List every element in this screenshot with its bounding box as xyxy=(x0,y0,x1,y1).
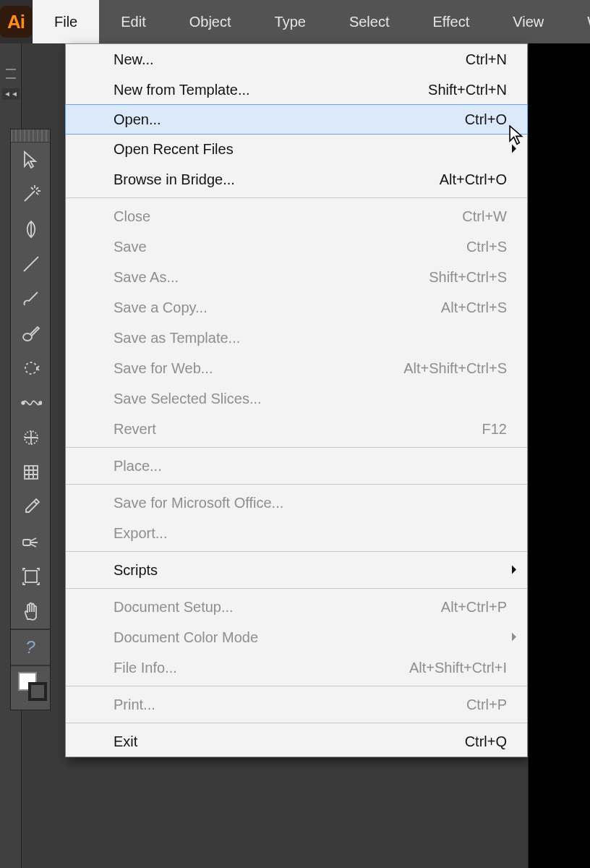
menuitem-print: Print...Ctrl+P xyxy=(66,689,527,720)
help-button[interactable]: ? xyxy=(11,630,50,665)
tool-magic-wand[interactable] xyxy=(11,177,51,212)
tool-pen[interactable] xyxy=(11,212,51,247)
tools-grip-icon[interactable] xyxy=(11,129,50,142)
menu-label: Edit xyxy=(121,14,145,30)
submenu-arrow-icon xyxy=(511,141,517,158)
tool-mesh[interactable] xyxy=(11,455,51,490)
menuitem-save: SaveCtrl+S xyxy=(66,231,527,262)
menu-type[interactable]: Type xyxy=(253,0,328,43)
menu-object[interactable]: Object xyxy=(168,0,253,43)
menu-separator xyxy=(66,197,527,198)
tools-panel: ? xyxy=(10,129,51,710)
menuitem-shortcut: Shift+Ctrl+S xyxy=(429,269,507,286)
menuitem-label: Place... xyxy=(114,458,507,475)
menuitem-shortcut: Ctrl+P xyxy=(466,697,507,713)
tool-blob-brush[interactable] xyxy=(11,316,51,351)
menu-label: Select xyxy=(349,14,390,30)
eyedropper-icon xyxy=(20,496,42,518)
menuitem-document-setup: Document Setup...Alt+Ctrl+P xyxy=(66,592,527,622)
menuitem-label: Browse in Bridge... xyxy=(114,171,440,188)
tool-selection[interactable] xyxy=(11,142,51,177)
menuitem-label: Save Selected Slices... xyxy=(114,391,507,407)
menuitem-shortcut: Alt+Ctrl+P xyxy=(441,599,507,616)
menuitem-label: Save as Template... xyxy=(114,330,507,346)
menu-label: Effect xyxy=(432,14,469,30)
menuitem-label: Document Setup... xyxy=(114,599,441,616)
menuitem-label: Save a Copy... xyxy=(114,299,441,316)
app-logo-text: Ai xyxy=(7,11,25,33)
menuitem-open-recent-files[interactable]: Open Recent Files xyxy=(66,134,527,164)
artboard-icon xyxy=(20,566,42,587)
brush-icon xyxy=(20,288,42,310)
menuitem-label: Exit xyxy=(114,733,465,750)
menuitem-label: Save for Web... xyxy=(114,360,403,377)
menuitem-label: Open... xyxy=(114,111,465,128)
menuitem-scripts[interactable]: Scripts xyxy=(66,555,527,585)
menu-window[interactable]: Window xyxy=(565,0,590,43)
submenu-arrow-icon xyxy=(511,629,517,646)
fill-stroke-swatch[interactable] xyxy=(11,666,50,710)
menuitem-new-from-template[interactable]: New from Template...Shift+Ctrl+N xyxy=(66,75,527,105)
blob-brush-icon xyxy=(20,323,42,344)
menuitem-label: File Info... xyxy=(114,660,409,676)
menuitem-save-for-microsoft-office: Save for Microsoft Office... xyxy=(66,488,527,518)
tool-eyedropper[interactable] xyxy=(11,490,51,524)
menuitem-label: Save xyxy=(114,239,466,255)
menu-separator xyxy=(66,447,527,448)
tool-line[interactable] xyxy=(11,247,51,281)
menuitem-label: New... xyxy=(114,51,466,68)
menu-edit[interactable]: Edit xyxy=(99,0,167,43)
mesh-icon xyxy=(20,461,42,483)
menu-effect[interactable]: Effect xyxy=(411,0,491,43)
menuitem-label: New from Template... xyxy=(114,82,428,98)
menuitem-label: Revert xyxy=(114,421,482,438)
menuitem-label: Scripts xyxy=(114,562,507,579)
warp-icon xyxy=(20,392,42,414)
document-area[interactable] xyxy=(528,43,590,868)
menuitem-exit[interactable]: ExitCtrl+Q xyxy=(66,726,527,757)
menu-view[interactable]: View xyxy=(491,0,565,43)
tool-free-transform[interactable] xyxy=(11,420,51,455)
tool-warp[interactable] xyxy=(11,386,51,420)
tool-rotate[interactable] xyxy=(11,351,51,386)
menuitem-close: CloseCtrl+W xyxy=(66,201,527,231)
collapse-panels-button[interactable]: ◄◄ xyxy=(2,88,20,100)
stroke-color-icon[interactable] xyxy=(28,682,47,701)
menu-file[interactable]: File xyxy=(33,0,99,43)
menuitem-shortcut: Alt+Shift+Ctrl+S xyxy=(403,360,507,377)
menu-separator xyxy=(66,551,527,552)
menuitem-shortcut: Alt+Shift+Ctrl+I xyxy=(409,660,507,676)
menu-select[interactable]: Select xyxy=(328,0,411,43)
file-menu-dropdown: New...Ctrl+NNew from Template...Shift+Ct… xyxy=(65,43,528,757)
menu-separator xyxy=(66,588,527,589)
menuitem-save-as: Save As...Shift+Ctrl+S xyxy=(66,262,527,292)
menuitem-save-as-template: Save as Template... xyxy=(66,323,527,353)
tool-symbol-sprayer[interactable] xyxy=(11,524,51,559)
menuitem-label: Export... xyxy=(114,525,507,542)
tool-artboard[interactable] xyxy=(11,559,51,594)
rotate-icon xyxy=(20,357,42,379)
menuitem-label: Save As... xyxy=(114,269,429,286)
menuitem-browse-in-bridge[interactable]: Browse in Bridge...Alt+Ctrl+O xyxy=(66,164,527,195)
menu-label: Type xyxy=(275,14,306,30)
menuitem-new[interactable]: New...Ctrl+N xyxy=(66,44,527,75)
tool-hand[interactable] xyxy=(11,594,51,629)
menuitem-label: Open Recent Files xyxy=(114,141,507,158)
menuitem-place: Place... xyxy=(66,451,527,481)
menuitem-export: Export... xyxy=(66,518,527,548)
menuitem-shortcut: Ctrl+N xyxy=(466,51,507,68)
menuitem-shortcut: Alt+Ctrl+S xyxy=(441,299,507,316)
app-logo: Ai xyxy=(0,0,33,43)
tool-brush[interactable] xyxy=(11,281,51,316)
menuitem-open[interactable]: Open...Ctrl+O xyxy=(65,104,528,135)
menubar: Ai FileEditObjectTypeSelectEffectViewWin… xyxy=(0,0,590,43)
menu-label: File xyxy=(54,14,77,30)
menu-separator xyxy=(66,686,527,686)
menuitem-label: Close xyxy=(114,208,462,225)
panel-grip-icon xyxy=(6,69,16,79)
menuitem-shortcut: Ctrl+S xyxy=(466,239,507,255)
menuitem-shortcut: Ctrl+Q xyxy=(465,733,507,750)
menu-label: Window xyxy=(587,14,590,30)
menuitem-label: Document Color Mode xyxy=(114,629,507,646)
menubar-items: FileEditObjectTypeSelectEffectViewWindow xyxy=(33,0,590,43)
